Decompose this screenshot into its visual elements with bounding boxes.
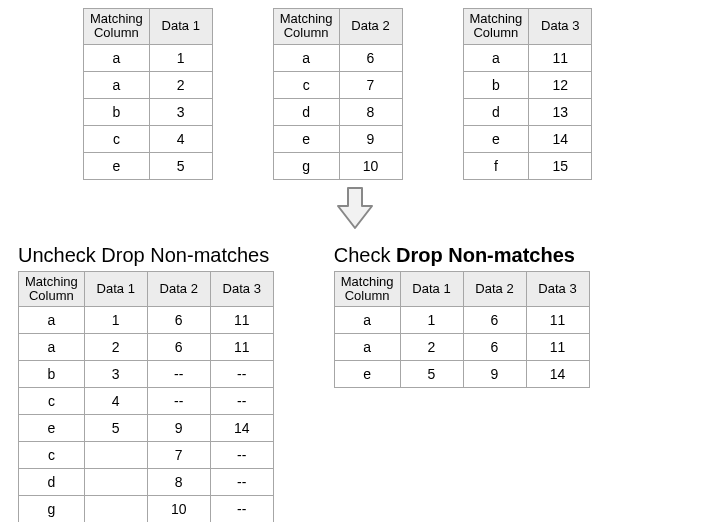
table-cell: 6: [147, 307, 210, 334]
source-table-3-body: a11b12d13e14f15: [463, 44, 592, 179]
table-cell: a: [84, 71, 150, 98]
table-row: d8--: [19, 469, 274, 496]
table-cell: 6: [463, 334, 526, 361]
table-cell: --: [210, 361, 273, 388]
table-row: a11: [463, 44, 592, 71]
table-row: a1611: [334, 307, 589, 334]
table-cell: 7: [339, 71, 402, 98]
table-cell: 3: [84, 361, 147, 388]
table-cell: c: [19, 388, 85, 415]
table-row: c7: [273, 71, 402, 98]
table-row: f15: [463, 152, 592, 179]
table-cell: 4: [84, 388, 147, 415]
down-arrow-icon: [8, 184, 702, 234]
table-cell: 11: [526, 307, 589, 334]
check-title-prefix: Check: [334, 244, 396, 266]
table-row: b3----: [19, 361, 274, 388]
uncheck-result-body: a1611a2611b3----c4----e5914c7--d8--g10--…: [19, 307, 274, 522]
table-cell: b: [463, 71, 529, 98]
source-table-1: MatchingColumn Data 1 a1a2b3c4e5: [83, 8, 213, 180]
table-cell: 8: [147, 469, 210, 496]
source-table-3: MatchingColumn Data 3 a11b12d13e14f15: [463, 8, 593, 180]
table-cell: 2: [149, 71, 212, 98]
table-row: e5914: [19, 415, 274, 442]
check-result-table: MatchingColumn Data 1 Data 2 Data 3 a161…: [334, 271, 590, 389]
table-cell: d: [19, 469, 85, 496]
col-header-matching: MatchingColumn: [273, 9, 339, 45]
table-cell: [84, 469, 147, 496]
table-row: e14: [463, 125, 592, 152]
table-cell: 12: [529, 71, 592, 98]
col-header-data3: Data 3: [529, 9, 592, 45]
col-header-data2: Data 2: [339, 9, 402, 45]
table-row: b12: [463, 71, 592, 98]
table-cell: 2: [400, 334, 463, 361]
table-cell: --: [147, 388, 210, 415]
table-row: d8: [273, 98, 402, 125]
uncheck-title: Uncheck Drop Non-matches: [18, 244, 274, 267]
table-cell: 10: [147, 496, 210, 522]
check-title-bold: Drop Non-matches: [396, 244, 575, 266]
table-cell: 9: [339, 125, 402, 152]
table-row: b3: [84, 98, 213, 125]
table-row: a1: [84, 44, 213, 71]
table-cell: a: [273, 44, 339, 71]
table-cell: 8: [339, 98, 402, 125]
table-cell: 2: [84, 334, 147, 361]
table-cell: 14: [526, 361, 589, 388]
table-cell: b: [84, 98, 150, 125]
col-header-data2: Data 2: [147, 271, 210, 307]
table-row: e5914: [334, 361, 589, 388]
table-row: a6: [273, 44, 402, 71]
table-cell: 5: [84, 415, 147, 442]
table-cell: 11: [529, 44, 592, 71]
table-cell: 7: [147, 442, 210, 469]
table-cell: a: [334, 307, 400, 334]
table-cell: 6: [147, 334, 210, 361]
table-cell: 5: [400, 361, 463, 388]
table-cell: 9: [463, 361, 526, 388]
table-cell: --: [210, 388, 273, 415]
col-header-matching: MatchingColumn: [463, 9, 529, 45]
table-cell: 1: [84, 307, 147, 334]
col-header-matching: MatchingColumn: [19, 271, 85, 307]
table-cell: --: [210, 442, 273, 469]
col-header-data1: Data 1: [400, 271, 463, 307]
source-tables-row: MatchingColumn Data 1 a1a2b3c4e5 Matchin…: [83, 8, 702, 180]
col-header-matching: MatchingColumn: [84, 9, 150, 45]
table-cell: 1: [400, 307, 463, 334]
table-row: e5: [84, 152, 213, 179]
table-cell: 11: [210, 334, 273, 361]
table-cell: a: [19, 307, 85, 334]
col-header-matching: MatchingColumn: [334, 271, 400, 307]
table-cell: --: [210, 469, 273, 496]
table-cell: 5: [149, 152, 212, 179]
table-row: g10: [273, 152, 402, 179]
col-header-data2: Data 2: [463, 271, 526, 307]
table-row: a2611: [334, 334, 589, 361]
table-cell: e: [19, 415, 85, 442]
table-cell: f: [463, 152, 529, 179]
table-cell: a: [84, 44, 150, 71]
result-tables-row: Uncheck Drop Non-matches MatchingColumn …: [8, 238, 702, 522]
table-cell: b: [19, 361, 85, 388]
table-row: a1611: [19, 307, 274, 334]
table-cell: --: [147, 361, 210, 388]
table-cell: d: [463, 98, 529, 125]
table-cell: 1: [149, 44, 212, 71]
table-cell: 11: [210, 307, 273, 334]
table-row: a2611: [19, 334, 274, 361]
table-cell: 10: [339, 152, 402, 179]
table-cell: 11: [526, 334, 589, 361]
table-row: a2: [84, 71, 213, 98]
table-row: c4: [84, 125, 213, 152]
table-cell: c: [84, 125, 150, 152]
table-cell: 3: [149, 98, 212, 125]
table-cell: e: [273, 125, 339, 152]
table-cell: a: [463, 44, 529, 71]
table-cell: c: [19, 442, 85, 469]
table-cell: 13: [529, 98, 592, 125]
table-cell: d: [273, 98, 339, 125]
table-cell: g: [19, 496, 85, 522]
table-cell: c: [273, 71, 339, 98]
